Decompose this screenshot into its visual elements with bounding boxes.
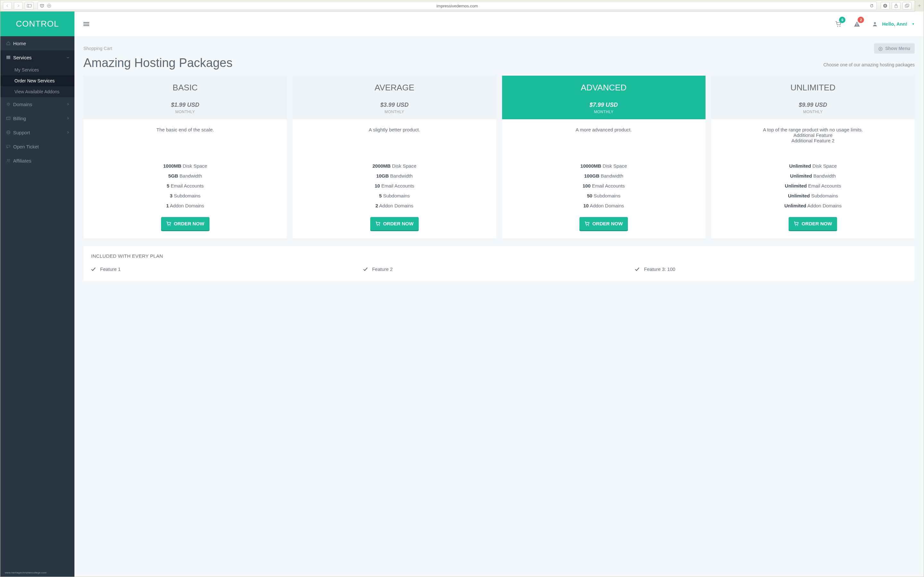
spec-row: 5 Subdomains: [298, 191, 490, 201]
plan-name: ADVANCED: [507, 83, 701, 93]
included-feature: Feature 1: [91, 266, 363, 272]
nav-open-ticket[interactable]: Open Ticket: [0, 139, 74, 153]
page-subtitle: Choose one of our amazing hosting packag…: [823, 62, 915, 67]
cart-icon: [166, 221, 171, 226]
breadcrumb[interactable]: Shopping Cart: [83, 46, 112, 51]
spec-row: 5GB Bandwidth: [89, 171, 281, 181]
plan-specs: 2000MB Disk Space10GB Bandwidth10 Email …: [292, 158, 496, 217]
brand-logo[interactable]: CONTROL: [0, 11, 74, 36]
included-heading: INCLUDED WITH EVERY PLAN: [91, 253, 907, 259]
content: Shopping Cart Show Menu Amazing Hosting …: [74, 36, 924, 293]
svg-point-33: [377, 225, 378, 226]
order-now-button[interactable]: ORDER NOW: [580, 217, 628, 230]
plan-description: A slightly better product.: [292, 119, 496, 158]
plan-period: MONTHLY: [297, 110, 491, 114]
nav-domains[interactable]: Domains: [0, 97, 74, 111]
nav-home-label: Home: [13, 41, 26, 46]
reload-icon[interactable]: [869, 3, 874, 8]
spec-row: 2 Addon Domains: [298, 201, 490, 211]
nav-billing[interactable]: Billing: [0, 111, 74, 125]
cart-icon: [794, 221, 799, 226]
svg-rect-25: [857, 23, 857, 25]
plan-price: $9.99 USD: [716, 102, 910, 108]
caret-down-icon: ▼: [912, 23, 915, 26]
billing-icon: [6, 116, 13, 121]
nav-open-ticket-label: Open Ticket: [13, 144, 39, 149]
chevron-right-icon: [67, 131, 69, 134]
nav-affiliates[interactable]: Affiliates: [0, 153, 74, 168]
browser-chrome: impressivedemos.com +: [0, 0, 924, 11]
nav-services-label: Services: [13, 55, 32, 60]
check-icon: [91, 268, 95, 271]
share-button[interactable]: [892, 2, 901, 10]
spec-row: Unlimited Addon Domains: [717, 201, 909, 211]
url-text: impressivedemos.com: [436, 3, 478, 8]
alerts-button[interactable]: 2: [854, 21, 860, 27]
plan-description: A top of the range product with no usage…: [711, 119, 915, 158]
forward-button[interactable]: [14, 2, 23, 10]
user-icon: [872, 21, 877, 27]
nav-my-services[interactable]: My Services: [0, 64, 74, 75]
url-bar[interactable]: impressivedemos.com: [37, 2, 877, 10]
menu-toggle-button[interactable]: [83, 22, 89, 26]
chat-icon: [6, 144, 13, 149]
nav-affiliates-label: Affiliates: [13, 158, 31, 163]
nav-domains-label: Domains: [13, 102, 32, 107]
plan-period: MONTHLY: [507, 110, 701, 114]
cog-icon: [6, 102, 13, 106]
plan-head: BASIC$1.99 USDMONTHLY: [83, 76, 287, 119]
new-tab-button[interactable]: +: [915, 0, 924, 11]
nav-support[interactable]: Support: [0, 125, 74, 139]
plan-price: $3.99 USD: [297, 102, 491, 108]
users-icon: [6, 158, 13, 163]
svg-rect-10: [6, 57, 10, 58]
plan-head: UNLIMITED$9.99 USDMONTHLY: [711, 76, 915, 119]
nav-support-label: Support: [13, 130, 30, 135]
user-menu[interactable]: Hello, Ann! ▼: [872, 21, 915, 27]
nav-home[interactable]: Home: [0, 36, 74, 50]
spec-row: 3 Subdomains: [89, 191, 281, 201]
spec-row: 100 Email Accounts: [508, 181, 700, 191]
plan-price: $7.99 USD: [507, 102, 701, 108]
sidebar-toggle-button[interactable]: [25, 2, 34, 10]
spec-row: 10 Email Accounts: [298, 181, 490, 191]
svg-point-31: [168, 225, 168, 226]
tabs-button[interactable]: [903, 2, 911, 10]
back-button[interactable]: [3, 2, 12, 10]
svg-rect-9: [6, 56, 10, 57]
order-now-button[interactable]: ORDER NOW: [788, 217, 837, 230]
spec-row: Unlimited Disk Space: [717, 161, 909, 171]
plan-description: A more advanced product.: [502, 119, 706, 158]
included-section: INCLUDED WITH EVERY PLAN Feature 1Featur…: [83, 246, 915, 281]
nav-view-addons[interactable]: View Available Addons: [0, 86, 74, 97]
spec-row: 5 Email Accounts: [89, 181, 281, 191]
spec-row: 50 Subdomains: [508, 191, 700, 201]
chevron-down-icon: [66, 56, 69, 59]
spec-row: 100GB Bandwidth: [508, 171, 700, 181]
add-icon[interactable]: [47, 3, 51, 8]
plan-name: UNLIMITED: [716, 83, 910, 93]
svg-point-23: [837, 26, 838, 27]
svg-point-36: [588, 225, 589, 226]
nav-services[interactable]: Services: [0, 50, 74, 64]
plan-head: AVERAGE$3.99 USDMONTHLY: [292, 76, 496, 119]
downloads-button[interactable]: [881, 2, 890, 10]
nav-order-new-services[interactable]: Order New Services: [0, 75, 74, 86]
order-now-button[interactable]: ORDER NOW: [161, 217, 210, 230]
svg-point-24: [840, 26, 841, 27]
svg-point-19: [9, 159, 10, 161]
plan-card-average: AVERAGE$3.99 USDMONTHLYA slightly better…: [292, 76, 496, 239]
plan-head: ADVANCED$7.99 USDMONTHLY: [502, 76, 706, 119]
plan-card-advanced: ADVANCED$7.99 USDMONTHLYA more advanced …: [502, 76, 706, 239]
svg-rect-11: [6, 58, 10, 59]
chevron-right-icon: [67, 103, 69, 105]
chevron-right-icon: [67, 117, 69, 119]
sidebar: CONTROL Home Services My Services Order …: [0, 11, 74, 577]
cart-button[interactable]: 0: [835, 21, 842, 27]
spec-row: Unlimited Bandwidth: [717, 171, 909, 181]
cart-badge: 0: [839, 17, 845, 23]
show-menu-button[interactable]: Show Menu: [874, 43, 915, 53]
svg-point-32: [170, 225, 170, 226]
order-now-button[interactable]: ORDER NOW: [370, 217, 419, 230]
pocket-icon[interactable]: [40, 3, 44, 8]
